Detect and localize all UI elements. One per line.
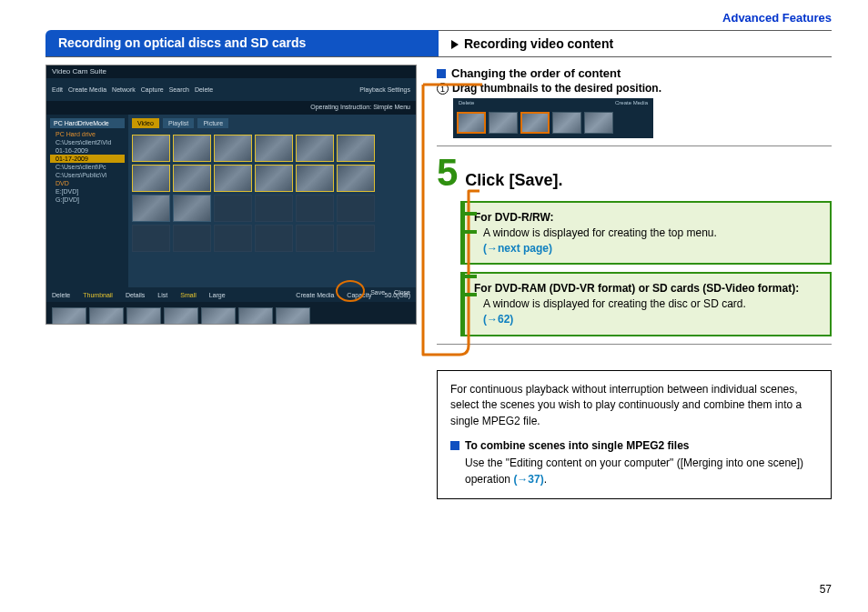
next-page-link[interactable]: (→next page) <box>474 241 552 256</box>
step-5-number: 5 <box>437 154 458 192</box>
separator <box>437 344 832 345</box>
drag-thumbnails-illustration: Delete Create Media <box>453 98 653 138</box>
step-5-text: Click [Save]. <box>465 171 562 190</box>
square-bullet-icon <box>450 441 459 450</box>
triangle-icon <box>451 40 459 49</box>
timeline-strip: Save Close <box>46 302 416 325</box>
page-section-header: Advanced Features <box>0 0 868 30</box>
step-1-text: Drag thumbnails to the desired position. <box>452 82 661 95</box>
step-1-icon: 1 <box>437 83 449 95</box>
page-37-link[interactable]: (→37) <box>513 473 543 486</box>
title-left: Recording on optical discs and SD cards <box>45 30 439 56</box>
app-toolbar: Edit Create Media Network Capture Search… <box>46 78 416 102</box>
square-bullet-icon <box>437 69 446 78</box>
app-titlebar: Video Cam Suite <box>46 65 416 78</box>
title-right: Recording video content <box>439 30 832 56</box>
thumbnail-grid: Video Playlist Picture <box>128 115 416 287</box>
continuous-playback-note: For continuous playback without interrup… <box>437 370 832 499</box>
dvd-ram-sd-box: For DVD-RAM (DVD-VR format) or SD cards … <box>460 272 832 336</box>
separator <box>437 145 832 146</box>
video-thumbnail <box>132 135 170 162</box>
changing-order-heading: Changing the order of content <box>437 66 832 80</box>
title-bar: Recording on optical discs and SD cards … <box>45 30 832 57</box>
page-62-link[interactable]: (→62) <box>474 312 513 327</box>
save-highlight-circle <box>336 280 365 302</box>
page-number: 57 <box>820 583 832 596</box>
step-5-row: 5 Click [Save]. <box>437 154 832 192</box>
dvd-r-rw-box: For DVD-R/RW: A window is displayed for … <box>460 201 832 265</box>
title-right-text: Recording video content <box>464 36 613 51</box>
application-screenshot: Video Cam Suite Edit Create Media Networ… <box>45 65 417 325</box>
app-sidebar: PC HardDriveMode PC Hard drive C:\Users\… <box>46 115 128 287</box>
